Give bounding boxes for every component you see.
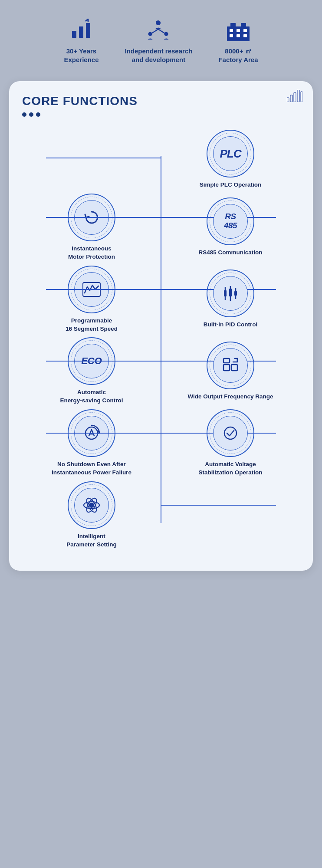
row-param-right-empty (161, 487, 300, 543)
stat-experience-label: 30+ Years Experience (64, 47, 99, 64)
row-seg-pid: Programmable 16 Segment Speed (22, 266, 300, 333)
functions-layout: PLC Simple PLC Operation (22, 130, 300, 549)
row-power-left: No Shutdown Even After Instantaneous Pow… (22, 409, 161, 477)
connector-freq (46, 361, 161, 362)
svg-point-35 (89, 503, 94, 507)
svg-point-4 (148, 32, 152, 36)
dot-1 (22, 112, 26, 117)
param-label: Intelligent Parameter Setting (66, 533, 117, 549)
plc-circle: PLC (207, 130, 254, 178)
pid-circle (207, 270, 254, 317)
bar-chart-icon (68, 17, 94, 43)
connector-rs485 (46, 217, 161, 218)
signal-bars-icon (287, 90, 302, 104)
row-seg-left: Programmable 16 Segment Speed (22, 266, 161, 333)
motor-label: Instantaneous Motor Protection (68, 245, 115, 261)
row-eco-left: ECO Automatic Energy-saving Control (22, 337, 161, 405)
svg-rect-9 (230, 29, 233, 32)
svg-rect-19 (294, 92, 296, 102)
stat-factory: 8000+ ㎡ Factory Area (218, 17, 258, 64)
freq-inner (213, 348, 248, 383)
row-param: Intelligent Parameter Setting (22, 481, 300, 549)
svg-rect-0 (72, 31, 76, 38)
row-plc-left-empty (22, 131, 161, 187)
connector-plc (46, 158, 161, 158)
voltage-label: Automatic Voltage Stabilization Operatio… (198, 460, 262, 477)
stat-research-label: Independent research and development (125, 47, 193, 64)
row-motor-rs485: Instantaneous Motor Protection RS485 RS4… (22, 194, 300, 261)
svg-rect-21 (301, 92, 302, 102)
plc-label: Simple PLC Operation (200, 181, 262, 189)
svg-point-5 (164, 32, 168, 36)
core-functions-title: CORE FUNCTIONS (22, 94, 300, 108)
row-power-voltage: No Shutdown Even After Instantaneous Pow… (22, 409, 300, 477)
power-label: No Shutdown Even After Instantaneous Pow… (52, 460, 131, 477)
seg-label: Programmable 16 Segment Speed (66, 317, 118, 333)
rs485-label: RS485 Communication (198, 249, 262, 257)
voltage-circle (207, 409, 254, 457)
svg-rect-2 (86, 23, 90, 38)
main-card: CORE FUNCTIONS PLC Simple PLC Operation (9, 81, 313, 571)
svg-rect-18 (290, 95, 292, 102)
svg-rect-29 (223, 365, 230, 371)
row-eco-freq: ECO Automatic Energy-saving Control (22, 337, 300, 405)
param-circle (68, 481, 115, 529)
rs485-circle: RS485 (207, 197, 254, 245)
svg-rect-26 (229, 289, 232, 296)
svg-rect-17 (287, 98, 289, 102)
svg-point-3 (156, 20, 161, 25)
svg-rect-14 (243, 34, 247, 37)
rs485-text-label: RS485 (224, 212, 237, 230)
svg-rect-20 (297, 90, 299, 102)
connector-pid (46, 289, 161, 290)
dot-3 (36, 112, 40, 117)
param-inner (74, 488, 109, 523)
rs485-inner: RS485 (213, 204, 248, 239)
connector-param (161, 505, 276, 506)
plc-text-label: PLC (220, 148, 241, 160)
svg-rect-8 (227, 26, 250, 41)
svg-rect-28 (234, 291, 237, 296)
decorative-dots (22, 112, 300, 117)
freq-label: Wide Output Frequency Range (187, 393, 273, 401)
connector-voltage (46, 433, 161, 434)
stat-research: Independent research and development (125, 17, 193, 64)
stat-factory-label: 8000+ ㎡ Factory Area (218, 47, 258, 64)
plc-inner: PLC (213, 136, 248, 171)
svg-rect-12 (230, 34, 233, 37)
stats-bar: 30+ Years Experience Independent researc… (9, 17, 313, 64)
svg-rect-15 (230, 23, 236, 27)
row-voltage-right: Automatic Voltage Stabilization Operatio… (161, 409, 300, 477)
svg-rect-30 (223, 358, 230, 363)
svg-line-7 (158, 29, 165, 33)
svg-rect-10 (237, 29, 240, 32)
row-plc-right: PLC Simple PLC Operation (161, 130, 300, 189)
row-pid-right: Built-in PID Control (161, 270, 300, 329)
building-icon (225, 17, 251, 43)
row-plc: PLC Simple PLC Operation (22, 130, 300, 189)
people-network-icon (145, 17, 171, 43)
row-rs485-right: RS485 RS485 Communication (161, 197, 300, 257)
row-motor-left: Instantaneous Motor Protection (22, 194, 161, 261)
pid-label: Built-in PID Control (204, 321, 257, 329)
voltage-inner (213, 416, 248, 450)
dot-2 (29, 112, 33, 117)
svg-rect-11 (243, 29, 247, 32)
svg-rect-1 (79, 26, 83, 38)
svg-line-6 (152, 29, 158, 33)
svg-point-34 (224, 427, 237, 439)
svg-rect-24 (224, 290, 227, 296)
row-param-left: Intelligent Parameter Setting (22, 481, 161, 549)
row-freq-right: Wide Output Frequency Range (161, 342, 300, 401)
stat-experience: 30+ Years Experience (64, 17, 99, 64)
eco-label: Automatic Energy-saving Control (60, 388, 123, 405)
svg-rect-31 (231, 365, 237, 371)
freq-circle (207, 342, 254, 389)
pid-inner (213, 276, 248, 311)
svg-rect-16 (241, 23, 246, 27)
svg-rect-13 (237, 34, 240, 37)
